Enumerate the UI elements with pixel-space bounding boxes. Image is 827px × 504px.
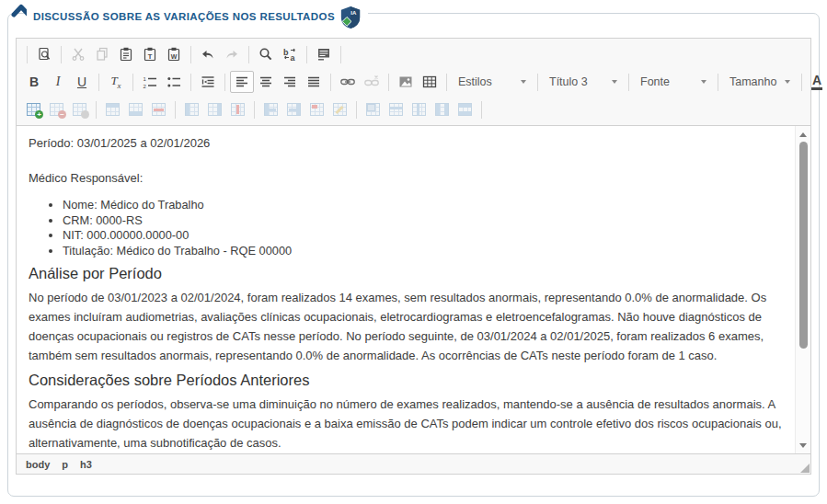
insert-column-right-button	[207, 102, 223, 117]
path-element-h3[interactable]: h3	[80, 459, 92, 470]
svg-text:T: T	[148, 52, 153, 61]
toolbar-divider	[190, 74, 191, 91]
insert-cell-right-button	[286, 102, 302, 117]
toolbar-divider	[446, 74, 447, 91]
underline-button[interactable]: U	[70, 71, 94, 93]
justify-icon[interactable]	[302, 71, 326, 93]
replace-icon[interactable]: b a	[278, 43, 302, 65]
undo-icon[interactable]	[196, 43, 220, 65]
preview-icon[interactable]	[32, 43, 56, 65]
element-path-bar: body p h3	[17, 453, 810, 474]
chevron-down-icon	[612, 80, 617, 84]
insert-row-below-button	[128, 102, 144, 117]
italic-button[interactable]: I	[46, 71, 70, 93]
discussion-panel: DISCUSSÃO SOBRE AS VARIAÇÕES NOS RESULTA…	[7, 13, 820, 497]
chevron-down-icon	[785, 80, 790, 84]
font-dropdown[interactable]: Fonte	[634, 71, 713, 93]
merge-cell-right-button	[388, 102, 404, 117]
rich-text-editor: T W	[16, 38, 811, 475]
copy-icon	[90, 43, 114, 65]
text-color-icon[interactable]: A	[807, 71, 827, 93]
svg-text:2: 2	[144, 84, 147, 89]
list-item: CRM: 0000-RS	[63, 213, 786, 229]
vertical-scrollbar[interactable]	[795, 126, 810, 453]
path-element-p[interactable]: p	[62, 459, 68, 470]
list-item: Nome: Médico do Trabalho	[63, 198, 786, 213]
analysis-paragraph: No período de 03/01/2023 a 02/01/2024, f…	[29, 288, 786, 365]
chevron-down-icon	[701, 80, 706, 84]
image-icon[interactable]	[394, 71, 418, 93]
styles-dropdown[interactable]: Estilos	[452, 71, 533, 93]
toolbar-row-1: T W	[18, 40, 809, 68]
select-all-icon[interactable]	[312, 43, 336, 65]
toolbar-divider	[628, 74, 629, 91]
toolbar-divider	[248, 46, 249, 63]
previous-periods-paragraph: Comparando os períodos, observa-se uma d…	[29, 395, 786, 452]
paragraph-format-dropdown[interactable]: Título 3	[543, 71, 624, 93]
toolbar-divider	[98, 74, 99, 91]
analysis-heading: Análise por Período	[29, 264, 786, 282]
find-icon[interactable]	[254, 43, 278, 65]
shield-ia-icon: IA	[339, 6, 362, 29]
toolbar-divider	[340, 46, 341, 63]
panel-title: DISCUSSÃO SOBRE AS VARIAÇÕES NOS RESULTA…	[33, 11, 335, 22]
paste-text-icon[interactable]: T	[138, 43, 162, 65]
cut-icon	[66, 43, 90, 65]
scrollbar-thumb[interactable]	[799, 142, 808, 349]
table-properties-button	[72, 102, 87, 117]
scroll-up-icon[interactable]	[796, 128, 810, 141]
svg-text:a: a	[291, 53, 296, 62]
svg-text:IA: IA	[350, 10, 357, 16]
align-right-icon[interactable]	[278, 71, 302, 93]
bold-button[interactable]: B	[22, 71, 46, 93]
chevron-down-icon	[521, 80, 526, 84]
align-center-icon[interactable]	[254, 71, 278, 93]
svg-text:1: 1	[144, 76, 147, 82]
editor-content-wrap: Período: 03/01/2025 a 02/01/2026 Médico …	[17, 126, 810, 453]
editor-content[interactable]: Período: 03/01/2025 a 02/01/2026 Médico …	[17, 126, 795, 453]
merge-cells-button	[365, 102, 381, 117]
insert-row-above-button	[105, 102, 121, 117]
unlink-icon	[360, 71, 384, 93]
redo-icon	[220, 43, 244, 65]
bulleted-list-icon[interactable]	[162, 71, 186, 93]
resize-handle[interactable]	[800, 464, 810, 473]
doctor-paragraph: Médico Responsável:	[29, 170, 786, 187]
paste-word-icon[interactable]: W	[162, 43, 186, 65]
svg-text:W: W	[171, 53, 178, 60]
split-cell-horizontal-button	[434, 102, 450, 117]
toolbar-divider	[356, 101, 357, 119]
toolbar-divider	[718, 74, 718, 91]
link-icon[interactable]	[336, 71, 360, 93]
insert-cell-left-button	[263, 102, 279, 117]
indent-icon[interactable]	[196, 71, 220, 93]
page: DISCUSSÃO SOBRE AS VARIAÇÕES NOS RESULTA…	[0, 0, 827, 504]
paste-icon[interactable]	[114, 43, 138, 65]
numbered-list-icon[interactable]: 1 2	[138, 71, 162, 93]
toolbar-divider	[96, 101, 97, 119]
period-paragraph: Período: 03/01/2025 a 02/01/2026	[29, 135, 786, 152]
list-item: NIT: 000.00000.0000-00	[63, 228, 786, 244]
toolbar-divider	[537, 74, 538, 91]
delete-column-button	[230, 102, 246, 117]
align-left-icon[interactable]	[230, 71, 254, 93]
toolbar-divider	[330, 74, 331, 91]
font-size-dropdown[interactable]: Tamanho	[723, 71, 797, 93]
toolbar-divider	[224, 74, 225, 91]
toolbar-divider	[801, 74, 802, 91]
toolbar-divider	[175, 101, 176, 119]
table-icon[interactable]	[418, 71, 442, 93]
toolbar-divider	[61, 46, 62, 63]
doctor-list: Nome: Médico do Trabalho CRM: 0000-RS NI…	[29, 198, 786, 258]
toolbar-divider	[27, 46, 28, 63]
toolbar-divider	[388, 74, 389, 91]
remove-format-button[interactable]: Tx	[104, 71, 128, 93]
svg-text:b: b	[283, 48, 289, 57]
insert-table-button[interactable]: +	[26, 102, 41, 117]
toolbar-row-2: B I U Tx 1 2	[18, 68, 809, 96]
toolbar-divider	[481, 101, 482, 119]
toolbar-divider	[132, 74, 133, 91]
path-element-body[interactable]: body	[26, 459, 50, 470]
cell-properties-button	[332, 102, 348, 117]
scroll-down-icon[interactable]	[796, 439, 810, 452]
